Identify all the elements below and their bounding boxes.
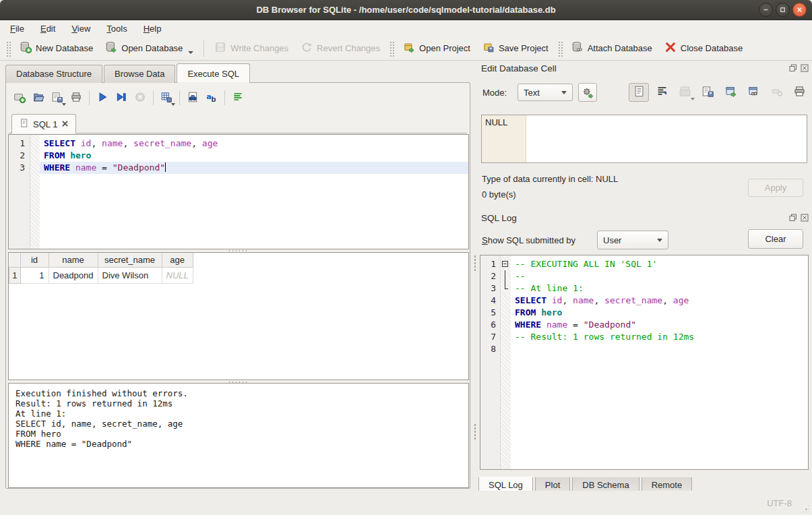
revert-changes-button[interactable]: Revert Changes xyxy=(294,38,386,59)
cell-size-text: 0 byte(s) xyxy=(482,189,516,200)
column-header-secret_name[interactable]: secret_name xyxy=(98,253,162,267)
format-sql-button[interactable] xyxy=(228,89,247,107)
float-dock-icon[interactable] xyxy=(788,213,798,222)
table-cell[interactable]: 1 xyxy=(20,267,49,283)
close-button[interactable] xyxy=(792,3,807,17)
table-cell[interactable]: Deadpond xyxy=(49,267,98,283)
code-line: -- At line 1: xyxy=(511,282,808,295)
code-token: WHERE xyxy=(44,162,70,173)
float-dock-icon[interactable] xyxy=(788,63,798,73)
code-token: secret_name xyxy=(133,138,191,148)
main-tab-bar: Database StructureBrowse DataExecute SQL xyxy=(5,63,251,83)
save-sql-file-button[interactable] xyxy=(48,89,67,107)
column-header-age[interactable]: age xyxy=(162,253,193,267)
code-token: name xyxy=(75,162,96,173)
log-filter-select[interactable]: User xyxy=(597,231,668,249)
line-number: 6 xyxy=(480,319,500,331)
find-button[interactable] xyxy=(183,89,202,107)
minimize-button[interactable] xyxy=(759,3,773,17)
code-token xyxy=(75,138,81,148)
close-dock-icon[interactable] xyxy=(800,63,809,73)
play-icon xyxy=(96,91,108,105)
menu-tools[interactable]: Tools xyxy=(100,22,133,35)
sql-editor[interactable]: 123 SELECT id, name, secret_name, ageFRO… xyxy=(8,134,469,249)
tab-browse-data[interactable]: Browse Data xyxy=(104,65,175,83)
code-token xyxy=(546,295,552,305)
print-cell-button[interactable] xyxy=(789,83,809,102)
apply-button[interactable]: Apply xyxy=(748,179,803,197)
attach-database-button[interactable]: Attach Database xyxy=(565,38,658,59)
code-token: , xyxy=(123,138,133,148)
open-in-app-button[interactable] xyxy=(720,83,741,102)
export-data-button[interactable] xyxy=(697,83,718,102)
code-token xyxy=(536,307,541,317)
toolbar-separator xyxy=(179,90,180,105)
open-database-button[interactable]: Open Database xyxy=(99,38,199,59)
log-fold-margin[interactable] xyxy=(501,255,511,469)
auto-switch-mode-button[interactable] xyxy=(578,83,597,102)
resize-grip[interactable] xyxy=(801,504,809,512)
word-wrap-button[interactable] xyxy=(652,83,672,102)
code-token: secret_name xyxy=(604,295,662,305)
save-results-button[interactable] xyxy=(157,89,176,107)
table-cell[interactable]: NULL xyxy=(162,267,193,283)
code-token: name xyxy=(102,138,123,148)
execute-line-button[interactable] xyxy=(112,89,131,107)
results-table: idnamesecret_nameage11DeadpondDive Wilso… xyxy=(9,253,193,284)
fold-marker[interactable] xyxy=(501,258,511,270)
editor-code-area[interactable]: SELECT id, name, secret_name, ageFROM he… xyxy=(40,135,468,249)
code-token: FROM xyxy=(515,307,536,317)
close-database-button[interactable]: Close Database xyxy=(658,38,749,59)
write-changes-button[interactable]: Write Changes xyxy=(208,38,294,59)
line-number: 2 xyxy=(480,270,500,282)
close-tab-icon[interactable] xyxy=(61,119,69,129)
sql-file-tab[interactable]: SQL 1 xyxy=(11,114,76,133)
find-replace-button[interactable]: ab xyxy=(202,89,221,107)
cell-value-content[interactable] xyxy=(526,115,807,162)
line-number: 3 xyxy=(480,282,500,295)
table-cell[interactable]: Dive Wilson xyxy=(98,267,162,283)
column-header-name[interactable]: name xyxy=(49,253,98,267)
toolbar-grip[interactable] xyxy=(389,40,394,57)
collapse-icon[interactable] xyxy=(502,261,508,267)
line-number: 2 xyxy=(9,150,30,162)
save-project-button[interactable]: Save Project xyxy=(476,38,555,59)
line-number: 1 xyxy=(9,138,30,150)
row-header[interactable]: 1 xyxy=(9,267,21,283)
code-token xyxy=(541,320,546,330)
menu-file[interactable]: File xyxy=(4,22,30,35)
menu-edit[interactable]: Edit xyxy=(34,22,61,35)
set-null-button[interactable] xyxy=(766,83,786,102)
tab-execute-sql[interactable]: Execute SQL xyxy=(177,63,250,83)
maximize-button[interactable] xyxy=(776,3,790,17)
text-mode-button[interactable] xyxy=(629,83,649,102)
print-button[interactable] xyxy=(67,89,86,107)
new-tab-button[interactable] xyxy=(10,89,29,107)
execute-all-button[interactable] xyxy=(93,89,112,107)
project-open-icon xyxy=(403,41,415,55)
open-sql-file-button[interactable] xyxy=(29,89,48,107)
column-header-id[interactable]: id xyxy=(20,253,49,267)
menu-view[interactable]: View xyxy=(65,22,96,35)
open-project-button[interactable]: Open Project xyxy=(397,38,476,59)
copy-link-button[interactable] xyxy=(743,83,763,102)
encoding-indicator[interactable]: UTF-8 xyxy=(767,498,792,508)
new-database-button[interactable]: New Database xyxy=(13,38,99,59)
code-line: SELECT id, name, secret_name, age xyxy=(511,295,808,307)
toolbar-button-label: Open Project xyxy=(419,43,470,53)
stop-button[interactable] xyxy=(131,89,150,107)
cell-value-editor[interactable]: NULL xyxy=(481,115,807,163)
tab-database-structure[interactable]: Database Structure xyxy=(5,65,102,83)
sql-log-view[interactable]: 12345678 -- EXECUTING ALL IN 'SQL 1'----… xyxy=(480,255,809,470)
mode-select[interactable]: Text xyxy=(518,84,573,101)
close-dock-icon[interactable] xyxy=(800,213,809,222)
toolbar-grip[interactable] xyxy=(557,40,563,57)
db-open-icon xyxy=(105,41,117,55)
import-data-button[interactable] xyxy=(675,83,695,102)
clear-log-button[interactable]: Clear xyxy=(748,229,803,249)
code-token: id xyxy=(552,295,563,305)
menu-help[interactable]: Help xyxy=(137,22,168,35)
toolbar-grip[interactable] xyxy=(5,40,11,57)
title-bar: DB Browser for SQLite - /home/user/code/… xyxy=(0,0,812,20)
import-icon xyxy=(679,85,691,100)
